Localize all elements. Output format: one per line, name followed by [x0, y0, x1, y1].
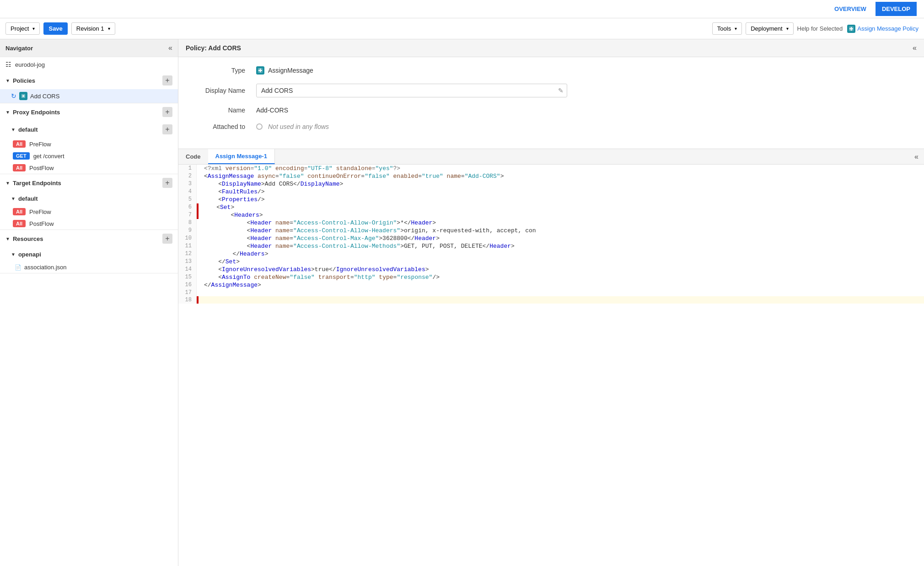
save-button[interactable]: Save: [43, 22, 67, 35]
panel-expand-btn[interactable]: «: [913, 44, 917, 52]
policies-header[interactable]: ▼ Policies +: [0, 72, 178, 89]
line-content-17: [200, 289, 924, 296]
add-default-proxy-btn[interactable]: +: [162, 124, 172, 134]
add-cors-item[interactable]: ↻ Add CORS: [0, 89, 178, 103]
revision-button[interactable]: Revision 1: [71, 22, 115, 35]
add-resource-btn[interactable]: +: [162, 234, 172, 244]
default-target-header[interactable]: ▼ default: [0, 192, 178, 206]
attached-to-value: Not used in any flows: [256, 123, 329, 130]
line-indicator-2: [197, 172, 200, 180]
line-indicator-4: [197, 188, 200, 196]
toolbar: Project Save Revision 1 Tools Deployment…: [0, 18, 924, 39]
association-json-item[interactable]: 📄 association.json: [0, 262, 178, 273]
resources-title: ▼ Resources: [5, 235, 43, 242]
get-convert-item[interactable]: GET get /convert: [0, 150, 178, 162]
line-number-1: 1: [178, 165, 197, 172]
preflow-2-item[interactable]: All PreFlow: [0, 206, 178, 218]
line-indicator-14: [197, 266, 200, 273]
sidebar-collapse-btn[interactable]: «: [168, 44, 172, 52]
assign-message-tab[interactable]: Assign Message-1: [208, 149, 275, 164]
sidebar-section-target: ▼ Target Endpoints + ▼ default All PreFl…: [0, 174, 178, 230]
line-number-2: 2: [178, 172, 197, 180]
type-row: Type AssignMessage: [192, 66, 910, 75]
sidebar-eurodol[interactable]: ☷ eurodol-jog: [0, 57, 178, 72]
proxy-triangle: ▼: [5, 110, 10, 115]
navigator-title: Navigator: [5, 45, 33, 52]
line-content-16: </AssignMessage>: [200, 281, 924, 289]
preflow-2-label: PreFlow: [29, 208, 51, 215]
deployment-button[interactable]: Deployment: [746, 22, 793, 35]
code-line-15: 15 <AssignTo createNew="false" transport…: [178, 273, 924, 281]
badge-all-1: All: [13, 140, 26, 148]
eurodol-label: eurodol-jog: [15, 61, 45, 68]
tools-button[interactable]: Tools: [712, 22, 742, 35]
default-proxy-header[interactable]: ▼ default +: [0, 121, 178, 138]
panel-title: Policy: Add CORS: [186, 44, 241, 52]
sidebar-section-policies: ▼ Policies + ↻ Add CORS: [0, 72, 178, 103]
code-line-18: 18: [178, 296, 924, 304]
line-content-8: <Header name="Access-Control-Allow-Origi…: [200, 219, 924, 227]
preflow-1-item[interactable]: All PreFlow: [0, 138, 178, 150]
code-line-12: 12 </Headers>: [178, 250, 924, 258]
line-content-5: <Properties/>: [200, 196, 924, 203]
edit-icon: ✎: [558, 87, 564, 94]
default-target-title: ▼ default: [11, 195, 38, 202]
name-row: Name Add-CORS: [192, 107, 910, 114]
proxy-endpoints-header[interactable]: ▼ Proxy Endpoints +: [0, 103, 178, 121]
code-line-9: 9 <Header name="Access-Control-Allow-Hea…: [178, 227, 924, 235]
overview-link[interactable]: OVERVIEW: [834, 5, 866, 12]
line-content-2: <AssignMessage async="false" continueOnE…: [200, 172, 924, 180]
assign-msg-label: Assign Message Policy: [857, 25, 919, 32]
type-label: Type: [192, 67, 256, 74]
main-layout: Navigator « ☷ eurodol-jog ▼ Policies + ↻: [0, 39, 924, 566]
line-indicator-9: [197, 227, 200, 235]
openapi-header[interactable]: ▼ openapi: [0, 247, 178, 262]
code-line-5: 5 <Properties/>: [178, 196, 924, 203]
code-line-14: 14 <IgnoreUnresolvedVariables>true</Igno…: [178, 266, 924, 273]
line-number-3: 3: [178, 180, 197, 188]
code-line-1: 1<?xml version="1.0" encoding="UTF-8" st…: [178, 165, 924, 172]
content-panel: Policy: Add CORS « Type AssignMessage Di…: [178, 39, 924, 566]
attached-to-label: Attached to: [192, 123, 256, 130]
add-proxy-btn[interactable]: +: [162, 107, 172, 117]
code-line-13: 13 </Set>: [178, 258, 924, 266]
target-endpoints-header[interactable]: ▼ Target Endpoints +: [0, 174, 178, 192]
code-expand-btn[interactable]: «: [909, 153, 924, 161]
resources-header[interactable]: ▼ Resources +: [0, 230, 178, 247]
line-content-3: <DisplayName>Add CORS</DisplayName>: [200, 180, 924, 188]
code-line-11: 11 <Header name="Access-Control-Allow-Me…: [178, 242, 924, 250]
postflow-2-item[interactable]: All PostFlow: [0, 218, 178, 230]
type-icon: [256, 66, 264, 75]
add-cors-label: Add CORS: [30, 93, 59, 100]
policies-title: ▼ Policies: [5, 77, 35, 84]
get-convert-label: get /convert: [33, 153, 64, 160]
name-value: Add-CORS: [256, 107, 288, 114]
type-value: AssignMessage: [268, 67, 313, 74]
code-tabs: Code Assign Message-1 «: [178, 149, 924, 165]
line-indicator-1: [197, 165, 200, 172]
line-number-15: 15: [178, 273, 197, 281]
display-name-input[interactable]: [256, 84, 567, 97]
project-button[interactable]: Project: [5, 22, 40, 35]
develop-link[interactable]: DEVELOP: [876, 2, 917, 16]
line-content-1: <?xml version="1.0" encoding="UTF-8" sta…: [200, 165, 924, 172]
line-content-7: <Headers>: [199, 211, 924, 219]
default-proxy-triangle: ▼: [11, 127, 16, 132]
add-policy-btn[interactable]: +: [162, 75, 172, 85]
display-name-label: Display Name: [192, 87, 256, 94]
postflow-1-item[interactable]: All PostFlow: [0, 162, 178, 174]
line-number-12: 12: [178, 250, 197, 258]
openapi-triangle: ▼: [11, 252, 16, 257]
code-content: 1<?xml version="1.0" encoding="UTF-8" st…: [178, 165, 924, 566]
add-target-btn[interactable]: +: [162, 178, 172, 188]
line-indicator-15: [197, 273, 200, 281]
code-line-4: 4 <FaultRules/>: [178, 188, 924, 196]
line-number-7: 7: [178, 211, 197, 219]
line-indicator-5: [197, 196, 200, 203]
code-line-2: 2<AssignMessage async="false" continueOn…: [178, 172, 924, 180]
badge-all-2: All: [13, 164, 26, 171]
code-tab-label: Code: [178, 150, 208, 164]
line-content-6: <Set>: [199, 203, 924, 211]
display-name-container: ✎: [256, 84, 567, 97]
assign-msg-link[interactable]: Assign Message Policy: [847, 25, 919, 33]
